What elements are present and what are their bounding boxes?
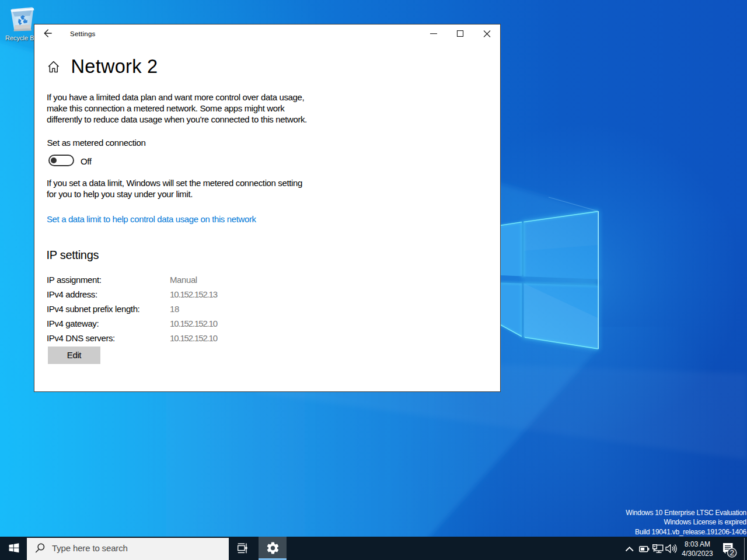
svg-text:2: 2	[729, 548, 734, 557]
